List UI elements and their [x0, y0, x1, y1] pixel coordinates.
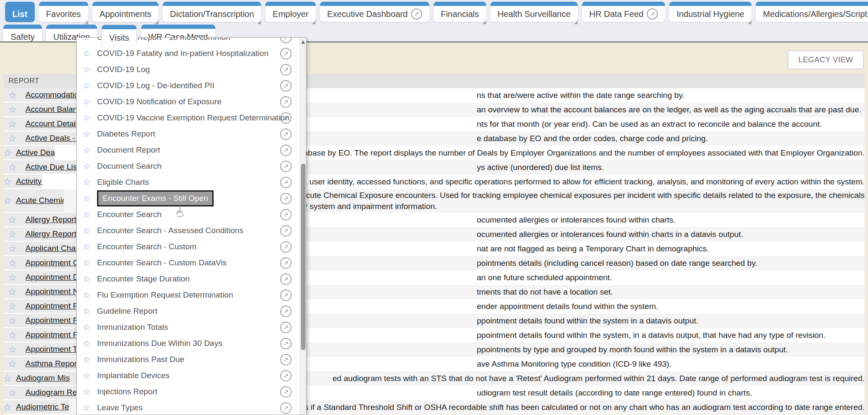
tab-hr-data-feed[interactable]: HR Data Feed↗ — [582, 2, 665, 22]
favorite-star-icon[interactable]: ☆ — [83, 129, 94, 139]
favorite-star-icon[interactable]: ☆ — [83, 290, 94, 300]
favorite-star-icon[interactable]: ☆ — [83, 161, 94, 171]
open-in-new-icon[interactable]: ↗ — [280, 161, 292, 172]
tab-appointments[interactable]: Appointments — [92, 2, 159, 22]
favorite-star-icon[interactable]: ☆ — [83, 242, 94, 252]
favorite-star-icon[interactable]: ☆ — [83, 370, 94, 381]
scrollbar-thumb[interactable] — [301, 164, 306, 350]
favorite-star-icon[interactable]: ☆ — [3, 270, 21, 285]
favorite-star-icon[interactable]: ☆ — [83, 64, 94, 75]
favorite-star-icon[interactable]: ☆ — [83, 37, 94, 42]
open-in-new-icon[interactable]: ↗ — [280, 64, 292, 75]
open-in-new-icon[interactable]: ↗ — [280, 257, 292, 269]
tab-list[interactable]: List — [5, 2, 35, 22]
favorite-star-icon[interactable]: ☆ — [83, 274, 94, 284]
report-link[interactable]: Audiogram Mis — [16, 373, 70, 383]
menu-item-eligible-charts[interactable]: ☆Eligible Charts↗ — [77, 174, 306, 190]
favorite-star-icon[interactable]: ☆ — [3, 103, 21, 117]
favorite-star-icon[interactable]: ☆ — [83, 338, 94, 348]
report-link[interactable]: Allergy Report - — [25, 229, 81, 239]
open-in-new-icon[interactable]: ↗ — [280, 96, 292, 108]
tab-executive-dashboard[interactable]: Executive Dashboard↗ — [320, 2, 429, 22]
menu-item-covid-19-log[interactable]: ☆COVID-19 Log↗ — [77, 61, 306, 78]
open-in-new-icon[interactable]: ↗ — [280, 225, 292, 237]
menu-item-covid-19-notification-of-exposure[interactable]: ☆COVID-19 Notification of Exposure↗ — [77, 94, 306, 110]
favorite-star-icon[interactable]: ☆ — [3, 117, 21, 131]
menu-item-immunizations-due-within-30-days[interactable]: ☆Immunizations Due Within 30 Days↗ — [77, 335, 306, 351]
report-link[interactable]: Activity Log — [16, 177, 42, 186]
open-in-new-icon[interactable]: ↗ — [280, 193, 292, 204]
report-link[interactable]: Account Balanc — [25, 105, 81, 114]
favorite-star-icon[interactable]: ☆ — [3, 189, 12, 213]
favorite-star-icon[interactable]: ☆ — [3, 328, 21, 343]
favorite-star-icon[interactable]: ☆ — [83, 258, 94, 268]
favorite-star-icon[interactable]: ☆ — [3, 285, 21, 299]
report-link[interactable]: Active Deals - S — [16, 148, 55, 157]
menu-item-flu-exemption-request-determination[interactable]: ☆Flu Exemption Request Determination↗ — [77, 287, 306, 303]
report-link[interactable]: Applicant Chart — [25, 244, 81, 253]
open-in-new-icon[interactable]: ↗ — [280, 145, 292, 156]
favorite-star-icon[interactable]: ☆ — [83, 145, 94, 155]
scroll-up-icon[interactable]: ▲ — [300, 39, 306, 45]
report-link[interactable]: Asthma Report — [25, 359, 79, 368]
open-in-new-icon[interactable]: ↗ — [280, 112, 292, 124]
open-in-new-icon[interactable]: ↗ — [280, 241, 292, 253]
open-in-new-icon[interactable]: ↗ — [280, 354, 292, 365]
menu-item-implantable-devices[interactable]: ☆Implantable Devices↗ — [77, 368, 306, 384]
favorite-star-icon[interactable]: ☆ — [83, 403, 94, 413]
favorite-star-icon[interactable]: ☆ — [83, 97, 94, 107]
open-in-new-icon[interactable]: ↗ — [280, 128, 292, 140]
menu-item-covid-19-log-de-identified-pii[interactable]: ☆COVID-19 Log - De-identified PII↗ — [77, 78, 306, 94]
open-in-new-icon[interactable]: ↗ — [280, 48, 292, 59]
report-link[interactable]: Appointment Re — [25, 316, 83, 325]
report-link[interactable]: Appointment Ty — [25, 345, 81, 354]
menu-item-diabetes-report[interactable]: ☆Diabetes Report↗ — [77, 126, 306, 142]
favorite-star-icon[interactable]: ☆ — [83, 113, 94, 123]
favorite-star-icon[interactable]: ☆ — [3, 314, 21, 328]
menu-item-guideline-report[interactable]: ☆Guideline Report↗ — [77, 303, 306, 319]
tab-financials[interactable]: Financials — [434, 2, 486, 22]
menu-item-immunizations-past-due[interactable]: ☆Immunizations Past Due↗ — [77, 351, 306, 368]
open-in-new-icon[interactable]: ↗ — [280, 290, 292, 301]
favorite-star-icon[interactable]: ☆ — [83, 322, 94, 332]
favorite-star-icon[interactable]: ☆ — [3, 400, 12, 415]
report-link[interactable]: Active Deals - D — [25, 134, 83, 143]
menu-item-encounter-search-custom[interactable]: ☆Encounter Search - Custom↗ — [77, 239, 306, 255]
favorite-star-icon[interactable]: ☆ — [3, 386, 21, 400]
report-link[interactable]: Audiometric Te — [16, 402, 69, 412]
legacy-view-button[interactable]: LEGACY VIEW — [788, 50, 864, 69]
report-link[interactable]: Appointment Re — [25, 301, 83, 311]
menu-item-encounter-exams-still-open[interactable]: ☆Encounter Exams - Still Open↗ — [77, 190, 306, 206]
favorite-star-icon[interactable]: ☆ — [3, 371, 12, 386]
favorite-star-icon[interactable]: ☆ — [3, 160, 21, 175]
favorite-star-icon[interactable]: ☆ — [3, 131, 21, 146]
tab-industrial-hygiene[interactable]: Industrial Hygiene — [669, 2, 751, 22]
favorite-star-icon[interactable]: ☆ — [83, 81, 94, 91]
open-in-new-icon[interactable]: ↗ — [280, 37, 292, 43]
menu-item-encounter-search-assessed-conditions[interactable]: ☆Encounter Search - Assessed Conditions↗ — [77, 223, 306, 239]
favorite-star-icon[interactable]: ☆ — [3, 88, 21, 103]
menu-item-immunization-totals[interactable]: ☆Immunization Totals↗ — [77, 319, 306, 335]
favorite-star-icon[interactable]: ☆ — [3, 227, 21, 242]
menu-item-covid-19-vaccine-exemption-request-determination[interactable]: ☆COVID-19 Vaccine Exemption Request Dete… — [77, 110, 306, 126]
favorite-star-icon[interactable]: ☆ — [83, 48, 94, 58]
report-link[interactable]: Active Due List — [25, 162, 79, 172]
menu-item-encounter-stage-duration[interactable]: ☆Encounter Stage Duration↗ — [77, 271, 306, 287]
favorite-star-icon[interactable]: ☆ — [83, 226, 94, 236]
open-in-new-icon[interactable]: ↗ — [280, 209, 292, 220]
report-link[interactable]: Audiogram Rep — [25, 388, 81, 397]
tab-dictation-transcription[interactable]: Dictation/Transcription — [163, 2, 261, 22]
report-link[interactable]: Appointment Re — [25, 330, 83, 340]
favorite-star-icon[interactable]: ☆ — [3, 242, 21, 256]
favorite-star-icon[interactable]: ☆ — [3, 175, 12, 189]
favorite-star-icon[interactable]: ☆ — [83, 306, 94, 316]
menu-item-injections-report[interactable]: ☆Injections Report↗ — [77, 384, 306, 400]
tab-visits[interactable]: Visits — [101, 25, 136, 47]
menu-item-covid-19-fatality-and-in-patient-hospitalization[interactable]: ☆COVID-19 Fatality and In-patient Hospit… — [77, 45, 306, 61]
open-in-new-icon[interactable]: ↗ — [280, 306, 292, 317]
report-link[interactable]: Appointment No — [25, 287, 83, 296]
tab-medications-allergies-scripts[interactable]: Medications/Allergies/Scripts — [756, 2, 868, 22]
open-in-new-icon[interactable]: ↗ — [280, 402, 292, 414]
menu-item-encounter-search[interactable]: ☆Encounter Search↗ — [77, 206, 306, 223]
favorite-star-icon[interactable]: ☆ — [83, 387, 94, 397]
